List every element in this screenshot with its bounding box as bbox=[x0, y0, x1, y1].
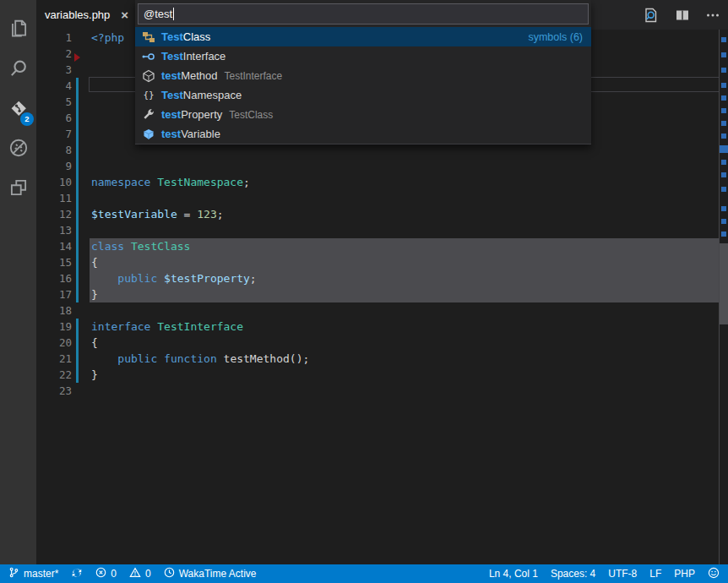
code-line[interactable]: 19interface TestInterface bbox=[36, 319, 719, 335]
errors-item[interactable]: 0 bbox=[95, 567, 117, 580]
language-mode-label: PHP bbox=[674, 568, 695, 580]
wakatime-label: WakaTime Active bbox=[179, 568, 257, 580]
activity-extensions[interactable] bbox=[0, 169, 36, 209]
sync-icon bbox=[71, 567, 83, 581]
ruler-match-mark bbox=[721, 68, 726, 73]
wakatime-item[interactable]: WakaTime Active bbox=[164, 567, 257, 580]
status-right: Ln 4, Col 1 Spaces: 4 UTF-8 LF PHP bbox=[489, 567, 720, 581]
status-left: master* 0 0 bbox=[8, 567, 257, 581]
ruler-match-mark bbox=[721, 121, 726, 126]
symbol-detail: TestInterface bbox=[225, 70, 283, 82]
quick-open-results: TestClasssymbols (6)TestInterfacetestMet… bbox=[135, 27, 591, 144]
activity-explorer[interactable] bbox=[0, 10, 36, 50]
quick-open-item-testmethod[interactable]: testMethodTestInterface bbox=[135, 66, 591, 85]
ruler-match-mark bbox=[721, 206, 726, 211]
code-line[interactable]: 18 bbox=[36, 302, 719, 319]
activity-source-control[interactable]: 2 bbox=[0, 90, 36, 129]
ruler-match-mark bbox=[721, 160, 726, 165]
line-number: 13 bbox=[36, 222, 72, 238]
interface-symbol-icon bbox=[142, 50, 155, 63]
warning-icon bbox=[129, 567, 141, 580]
sync-button[interactable] bbox=[71, 567, 83, 581]
more-actions-icon[interactable] bbox=[704, 7, 721, 24]
code-line[interactable]: 9 bbox=[36, 158, 719, 174]
quick-open-item-testnamespace[interactable]: {}TestNamespace bbox=[135, 85, 591, 105]
line-number: 5 bbox=[36, 94, 72, 110]
tab-title: variables.php bbox=[45, 8, 110, 21]
encoding-item[interactable]: UTF-8 bbox=[608, 568, 637, 580]
warning-count: 0 bbox=[145, 568, 151, 580]
quick-open-item-testclass[interactable]: TestClasssymbols (6) bbox=[135, 27, 591, 46]
encoding-label: UTF-8 bbox=[608, 568, 637, 580]
line-number: 20 bbox=[36, 335, 72, 351]
line-number: 12 bbox=[36, 206, 72, 222]
clock-icon bbox=[164, 567, 175, 580]
line-number: 14 bbox=[36, 238, 72, 254]
line-number: 8 bbox=[36, 142, 72, 158]
property-symbol-icon bbox=[142, 108, 155, 122]
ruler-match-mark bbox=[721, 232, 726, 237]
language-mode-item[interactable]: PHP bbox=[674, 568, 695, 580]
split-editor-icon[interactable] bbox=[674, 7, 691, 24]
symbol-label: TestClass bbox=[161, 30, 210, 43]
line-number: 2 bbox=[36, 46, 72, 62]
close-icon[interactable]: × bbox=[121, 8, 128, 21]
symbol-label: TestInterface bbox=[161, 50, 225, 63]
tab-variables-php[interactable]: variables.php × bbox=[36, 0, 137, 30]
code-line[interactable]: 15{ bbox=[36, 254, 719, 270]
cursor-position-label: Ln 4, Col 1 bbox=[489, 568, 538, 580]
quick-open-item-testvariable[interactable]: testVariable bbox=[135, 124, 591, 144]
code-line[interactable]: 12$testVariable = 123; bbox=[36, 206, 719, 222]
git-branch-item[interactable]: master* bbox=[8, 567, 58, 580]
feedback-item[interactable] bbox=[708, 567, 720, 581]
eol-item[interactable]: LF bbox=[649, 568, 661, 580]
namespace-symbol-icon: {} bbox=[142, 89, 155, 102]
code-line[interactable]: 22} bbox=[36, 367, 719, 383]
line-number: 16 bbox=[36, 270, 72, 286]
code-line[interactable]: 16 public $testProperty; bbox=[36, 270, 719, 286]
vscode-window: 2 variables.php × bbox=[0, 0, 728, 583]
quick-open-item-testinterface[interactable]: TestInterface bbox=[135, 46, 591, 66]
variable-symbol-icon bbox=[142, 128, 155, 141]
symbol-label: TestNamespace bbox=[161, 89, 242, 101]
code-line[interactable]: 21 public function testMethod(); bbox=[36, 351, 719, 367]
overview-ruler[interactable] bbox=[719, 30, 728, 564]
code-line[interactable]: 20{ bbox=[36, 335, 719, 351]
line-number: 7 bbox=[36, 126, 72, 142]
code-line[interactable]: 17} bbox=[36, 286, 719, 302]
ruler-match-mark bbox=[721, 83, 726, 88]
quick-open-item-testproperty[interactable]: testPropertyTestClass bbox=[135, 105, 591, 124]
method-symbol-icon bbox=[142, 69, 155, 83]
line-number: 19 bbox=[36, 319, 72, 335]
code-line[interactable]: 23 bbox=[36, 383, 719, 399]
status-bar: master* 0 0 bbox=[0, 564, 728, 583]
editor-actions bbox=[642, 0, 721, 30]
ruler-match-mark bbox=[721, 108, 726, 113]
line-number: 18 bbox=[36, 302, 72, 319]
ruler-match-mark bbox=[721, 187, 726, 192]
line-number: 9 bbox=[36, 158, 72, 174]
activity-search[interactable] bbox=[0, 50, 36, 90]
code-line[interactable]: 11 bbox=[36, 190, 719, 206]
error-icon bbox=[95, 567, 106, 580]
quick-open-query: @test bbox=[144, 8, 172, 20]
smiley-icon bbox=[708, 567, 720, 581]
code-line[interactable]: 13 bbox=[36, 222, 719, 238]
code-line[interactable]: 14class TestClass bbox=[36, 238, 719, 254]
quick-open-input[interactable]: @test bbox=[138, 3, 589, 25]
line-number: 17 bbox=[36, 286, 72, 302]
git-branch-icon bbox=[8, 567, 19, 580]
text-caret bbox=[173, 8, 174, 20]
warnings-item[interactable]: 0 bbox=[129, 567, 151, 580]
activity-debug[interactable] bbox=[0, 129, 36, 169]
activity-bar: 2 bbox=[0, 0, 36, 564]
code-line[interactable]: 10namespace TestNamespace; bbox=[36, 174, 719, 190]
indentation-item[interactable]: Spaces: 4 bbox=[551, 568, 595, 580]
symbol-label: testProperty bbox=[161, 108, 222, 121]
symbol-label: testMethod bbox=[161, 69, 218, 82]
find-in-file-icon[interactable] bbox=[642, 6, 660, 25]
ruler-match-mark bbox=[721, 219, 726, 224]
line-number: 1 bbox=[36, 30, 72, 46]
cursor-position-item[interactable]: Ln 4, Col 1 bbox=[489, 568, 538, 580]
files-icon bbox=[8, 18, 30, 43]
